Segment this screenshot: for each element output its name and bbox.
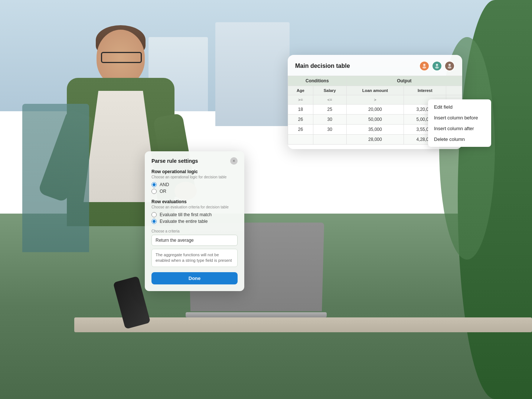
radio-entire-table-label: Evaluate the entire table	[160, 219, 208, 224]
criteria-input[interactable]	[151, 235, 238, 246]
cell[interactable]: 30	[313, 115, 346, 125]
radio-entire-table-item[interactable]: Evaluate the entire table	[151, 219, 238, 224]
radio-first-match-item[interactable]: Evaluate till the first match	[151, 212, 238, 217]
card-title: Main decision table	[295, 63, 350, 69]
col-salary[interactable]: Salary	[313, 86, 346, 95]
op-loan: >	[346, 95, 404, 105]
svg-point-4	[448, 64, 451, 66]
cell[interactable]: 50,000	[346, 115, 404, 125]
background-building-1	[215, 22, 290, 126]
cell[interactable]: 26	[288, 125, 313, 135]
done-button[interactable]: Done	[151, 272, 238, 284]
header-output: Output	[346, 76, 462, 86]
dialog-header: Parse rule settings ×	[151, 157, 238, 165]
row-operational-logic-title: Row operational logic	[151, 169, 238, 174]
radio-first-match-input[interactable]	[151, 212, 157, 217]
card-avatars	[419, 61, 455, 71]
col-interest[interactable]: Interest	[404, 86, 446, 95]
radio-or-label: OR	[160, 189, 166, 194]
dialog-title: Parse rule settings	[151, 158, 198, 164]
avatar-2[interactable]	[432, 61, 442, 71]
radio-entire-table-input[interactable]	[151, 219, 157, 224]
context-menu-edit-field[interactable]: Edit field	[428, 102, 491, 112]
header-conditions: Conditions	[288, 76, 347, 86]
radio-or-item[interactable]: OR	[151, 189, 238, 194]
criteria-label: Choose a criteria	[151, 229, 238, 233]
svg-point-0	[423, 64, 425, 66]
context-menu-insert-after[interactable]: Insert column after	[428, 123, 491, 134]
cell[interactable]	[313, 135, 346, 145]
context-menu-insert-before[interactable]: Insert column before	[428, 112, 491, 123]
cell[interactable]: 28,000	[346, 135, 404, 145]
radio-and-item[interactable]: AND	[151, 182, 238, 187]
row-evaluations-subtitle: Choose an evaluation criteria for decisi…	[151, 205, 238, 209]
svg-point-1	[422, 66, 426, 69]
col-extra	[446, 86, 462, 95]
chair-back	[22, 104, 89, 252]
context-menu: Edit field Insert column before Insert c…	[428, 99, 491, 147]
radio-or-input[interactable]	[151, 189, 157, 194]
parse-rule-dialog: Parse rule settings × Row operational lo…	[145, 151, 244, 291]
radio-and-input[interactable]	[151, 182, 157, 187]
cell[interactable]: 26	[288, 115, 313, 125]
cell[interactable]: 30	[313, 125, 346, 135]
radio-and-label: AND	[160, 182, 169, 187]
row-evaluations-title: Row evaluations	[151, 199, 238, 204]
person-glasses	[101, 52, 142, 63]
col-loan-amount[interactable]: Loan amount	[346, 86, 404, 95]
context-menu-delete-column[interactable]: Delete column	[428, 134, 491, 145]
cell[interactable]	[288, 135, 313, 145]
dialog-close-button[interactable]: ×	[230, 157, 238, 165]
laptop-base	[186, 312, 327, 317]
card-header: Main decision table	[288, 55, 462, 76]
row-operational-logic-subtitle: Choose an operational logic for decision…	[151, 175, 238, 179]
info-box: The aggregate functions will not be enab…	[151, 249, 238, 267]
avatar-1[interactable]	[419, 61, 430, 71]
cell[interactable]: 20,000	[346, 105, 404, 115]
svg-point-5	[448, 66, 451, 69]
operational-logic-radio-group: AND OR	[151, 182, 238, 194]
avatar-3[interactable]	[444, 61, 455, 71]
op-age: >=	[288, 95, 313, 105]
svg-point-2	[436, 64, 438, 66]
cell[interactable]: 18	[288, 105, 313, 115]
col-age[interactable]: Age	[288, 86, 313, 95]
cell[interactable]: 25	[313, 105, 346, 115]
cell[interactable]: 35,000	[346, 125, 404, 135]
op-salary: <=	[313, 95, 346, 105]
evaluation-radio-group: Evaluate till the first match Evaluate t…	[151, 212, 238, 224]
svg-point-3	[435, 66, 439, 69]
radio-first-match-label: Evaluate till the first match	[160, 212, 212, 217]
